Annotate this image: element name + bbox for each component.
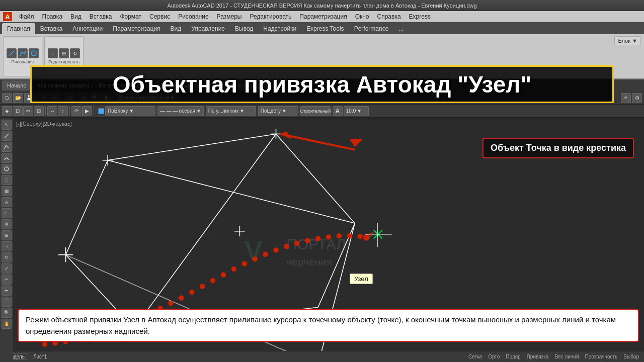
menu-item-формат[interactable]: Формат xyxy=(116,11,145,22)
tb2-btn8[interactable]: ▶ xyxy=(82,106,92,116)
transparency-btn[interactable]: Прозрачность xyxy=(583,354,620,359)
menu-item-размеры[interactable]: Размеры xyxy=(213,11,246,22)
lt-scale2[interactable]: ⤢ xyxy=(2,263,12,274)
polar-btn[interactable]: Поляр xyxy=(504,354,522,359)
circle-tool[interactable] xyxy=(29,48,39,58)
workspace-btn[interactable]: ≡ xyxy=(621,93,631,103)
plotstyle-dropdown[interactable]: ПоЦвету▼ xyxy=(258,106,298,116)
lt-rect[interactable]: □ xyxy=(2,175,12,185)
ribbon-tab-главная[interactable]: Главная xyxy=(2,23,35,34)
svg-point-56 xyxy=(315,236,320,241)
lt-poly[interactable] xyxy=(2,142,12,152)
ribbon-tab-...[interactable]: ... xyxy=(393,23,409,34)
ribbon-tab-performance[interactable]: Performance xyxy=(349,23,394,34)
big-title-text: Объектная привязка Автокад "Узел" xyxy=(113,71,532,98)
ribbon-tab-управление[interactable]: Управление xyxy=(186,23,230,34)
svg-text:черчения: черчения xyxy=(286,256,332,267)
menu-item-файл[interactable]: Файл xyxy=(15,11,38,22)
svg-point-51 xyxy=(263,252,268,257)
lt-line[interactable] xyxy=(2,131,12,141)
menu-item-сервис[interactable]: Сервис xyxy=(145,11,174,22)
rotate-tool[interactable]: ↻ xyxy=(70,48,80,58)
grid-btn[interactable]: Сетка xyxy=(466,354,484,359)
select-btn[interactable]: Выбор xyxy=(621,354,641,359)
ribbon-tab-аннотации[interactable]: Аннотации xyxy=(67,23,108,34)
new-file-btn[interactable]: 🗋 xyxy=(2,93,12,103)
lt-dim[interactable]: ⊢ xyxy=(2,208,12,218)
svg-line-2 xyxy=(9,51,14,56)
open-file-btn[interactable]: 📂 xyxy=(13,93,23,103)
tb2-annotate[interactable]: Строительный xyxy=(300,106,331,116)
tb2-btn2[interactable]: ⊡ xyxy=(13,106,23,116)
snap-tooltip: Узел xyxy=(350,274,373,284)
copy-tool[interactable]: ⊞ xyxy=(59,48,69,58)
scale-dropdown[interactable]: 10:0▼ xyxy=(344,106,369,116)
lt-hatch[interactable]: ▦ xyxy=(2,186,12,196)
menu-item-вид[interactable]: Вид xyxy=(66,11,86,22)
ribbon-tab-вставка[interactable]: Вставка xyxy=(35,23,68,34)
snap-btn[interactable]: Привязка xyxy=(525,354,551,359)
app-icon[interactable]: A xyxy=(2,12,13,22)
lt-rotate[interactable]: ↻ xyxy=(2,252,12,262)
menu-item-редактировать[interactable]: Редактировать xyxy=(246,11,295,22)
svg-point-3 xyxy=(31,51,36,56)
titlebar: Autodesk AutoCAD 2017 - СТУДЕНЧЕСКАЯ ВЕР… xyxy=(0,0,644,11)
left-toolbar: ↖ □ ▦ A ⊢ ✥ ⊞ ⊣ ↻ ⤢ ✂ ⊢ ⌒ 🔍 xyxy=(0,118,13,362)
svg-point-59 xyxy=(347,233,352,238)
ribbon-tab-вид[interactable]: Вид xyxy=(166,23,187,34)
polyline-tool[interactable] xyxy=(18,48,28,58)
tb2-A-btn[interactable]: A xyxy=(333,106,343,116)
menu-item-справка[interactable]: Справка xyxy=(373,11,405,22)
move-tool[interactable]: ↔ xyxy=(48,48,58,58)
menu-bar-items: ФайлПравкаВидВставкаФорматСервисРисовани… xyxy=(15,11,435,22)
lt-circle[interactable] xyxy=(2,164,12,174)
ribbon-tab-надстройки[interactable]: Надстройки xyxy=(258,23,301,34)
lt-zoom[interactable]: 🔍 xyxy=(2,308,12,318)
tb2-btn7[interactable]: ⟳ xyxy=(71,106,82,116)
snap-tooltip-text: Узел xyxy=(354,275,368,283)
lt-copy[interactable]: ⊞ xyxy=(2,230,12,240)
lt-trim[interactable]: ✂ xyxy=(2,275,12,285)
ribbon-tab-вывод[interactable]: Вывод xyxy=(230,23,258,34)
lt-pan[interactable]: ✋ xyxy=(2,319,12,329)
tb2-btn1[interactable]: ◈ xyxy=(2,106,12,116)
svg-point-52 xyxy=(273,247,278,252)
tb2-btn6[interactable]: ↕ xyxy=(58,106,68,116)
lt-fillet[interactable]: ⌒ xyxy=(2,297,12,307)
lineweight-dropdown[interactable]: По у...линник▼ xyxy=(206,106,256,116)
lt-mirror[interactable]: ⊣ xyxy=(2,241,12,251)
menu-item-окно[interactable]: Окно xyxy=(351,11,373,22)
tb2-btn4[interactable]: ⊟ xyxy=(34,106,44,116)
svg-point-49 xyxy=(242,261,247,266)
settings-btn[interactable]: ⚙ xyxy=(632,93,642,103)
bottom-description-text: Режим объектной привязки Узел в Автокад … xyxy=(26,315,616,335)
line-tool[interactable] xyxy=(7,48,17,58)
lt-move[interactable]: ✥ xyxy=(2,219,12,229)
sep7 xyxy=(69,106,70,115)
layer-dropdown[interactable]: ПоБлоку▼ xyxy=(105,106,155,116)
block-dropdown[interactable]: Блок ▼ xyxy=(614,36,641,45)
ribbon-tab-express-tools[interactable]: Express Tools xyxy=(301,23,349,34)
big-title-overlay: Объектная привязка Автокад "Узел" xyxy=(30,65,614,103)
menu-item-рисование[interactable]: Рисование xyxy=(174,11,212,22)
lt-select[interactable]: ↖ xyxy=(2,120,12,130)
ribbon-tab-параметризация[interactable]: Параметризация xyxy=(108,23,165,34)
svg-point-57 xyxy=(326,234,331,239)
doc-tab[interactable]: Начало xyxy=(2,80,31,90)
svg-point-54 xyxy=(294,241,299,246)
ortho-btn[interactable]: Орто xyxy=(486,354,502,359)
menu-item-правка[interactable]: Правка xyxy=(38,11,67,22)
lt-extend[interactable]: ⊢ xyxy=(2,286,12,296)
menu-item-express[interactable]: Express xyxy=(405,11,435,22)
sep6 xyxy=(45,106,46,115)
menu-item-параметризация[interactable]: Параметризация xyxy=(295,11,351,22)
tb2-btn3[interactable]: ✂ xyxy=(23,106,33,116)
tb2-btn5[interactable]: ↔ xyxy=(47,106,57,116)
linetype-dropdown[interactable]: — — — осевая▼ xyxy=(157,106,204,116)
lt-arc[interactable] xyxy=(2,153,12,163)
bottom-description-box: Режим объектной привязки Узел в Автокад … xyxy=(18,309,639,342)
menu-item-вставка[interactable]: Вставка xyxy=(86,11,116,22)
lt-text[interactable]: A xyxy=(2,197,12,207)
lineweight-btn[interactable]: Вес линий xyxy=(552,354,581,359)
layout-tab[interactable]: Лист1 xyxy=(30,354,50,359)
